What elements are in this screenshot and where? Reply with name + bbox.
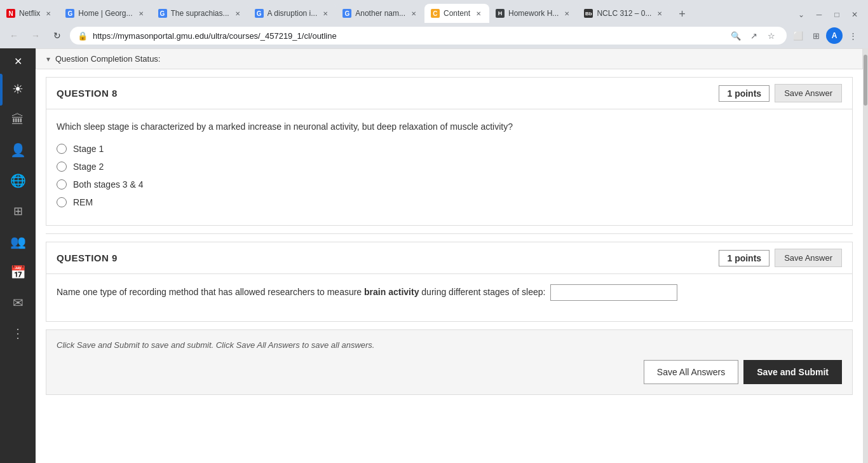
profile-button[interactable]: A [826, 27, 843, 44]
search-icon[interactable]: 🔍 [728, 28, 743, 43]
menu-button[interactable]: ⋮ [845, 28, 860, 43]
completion-status-bar: ▾ Question Completion Status: [36, 48, 863, 69]
scrollbar[interactable] [863, 48, 868, 463]
question-9-title: QUESTION 9 [57, 252, 719, 263]
tab-content-label: Content [444, 9, 470, 18]
tab-another-nam-label: Another nam... [355, 9, 405, 18]
question-9-text-input[interactable] [550, 284, 677, 301]
tab-homework[interactable]: H Homework H... ✕ [489, 4, 578, 23]
question-9-text-part2: during different stages of sleep: [419, 287, 545, 297]
forward-button[interactable]: → [27, 27, 44, 45]
tab-netflix-close[interactable]: ✕ [44, 9, 53, 18]
question-8-radio-2[interactable] [57, 162, 67, 172]
tab-nclc[interactable]: Bb NCLC 312 – 0... ✕ [578, 4, 670, 23]
question-8-save-button[interactable]: Save Answer [775, 84, 842, 102]
tab-netflix[interactable]: N Netflix ✕ [0, 4, 59, 23]
share-icon[interactable]: ↗ [746, 28, 761, 43]
disruption-favicon: G [255, 9, 264, 18]
tab-netflix-label: Netflix [19, 9, 40, 18]
sidebar-close-button[interactable]: ✕ [0, 48, 36, 74]
sidebar-item-more[interactable]: ⋮ [0, 318, 36, 349]
question-8-text: Which sleep stage is characterized by a … [57, 120, 842, 134]
url-bar[interactable]: 🔒 https://mymasonportal.gmu.edu/ultra/co… [70, 27, 787, 45]
question-9-save-button[interactable]: Save Answer [775, 249, 842, 267]
sidebar-item-mail[interactable]: ✉ [0, 287, 36, 318]
homework-favicon: H [496, 9, 505, 18]
tab-disruption-close[interactable]: ✕ [321, 9, 330, 18]
question-9-block: QUESTION 9 1 points Save Answer Name one… [46, 242, 853, 322]
zoom-icon[interactable]: ⊞ [808, 28, 824, 43]
question-8-body: Which sleep stage is characterized by a … [46, 109, 852, 225]
question-8-radio-1[interactable] [57, 144, 67, 154]
tab-suprachias[interactable]: G The suprachias... ✕ [152, 4, 248, 23]
browser-chrome: N Netflix ✕ G Home | Georg... ✕ G The su… [0, 0, 868, 48]
question-8-header: QUESTION 8 1 points Save Answer [46, 78, 852, 109]
address-bar: ← → ↻ 🔒 https://mymasonportal.gmu.edu/ul… [0, 23, 868, 48]
tab-content[interactable]: C Content ✕ [424, 4, 489, 23]
lock-icon: 🔒 [78, 31, 88, 41]
tab-home-georg-close[interactable]: ✕ [137, 9, 146, 18]
question-9-text-bold: brain activity [364, 287, 419, 297]
tab-disruption[interactable]: G A disruption i... ✕ [248, 4, 337, 23]
sidebar-item-calendar[interactable]: 📅 [0, 257, 36, 287]
url-text: https://mymasonportal.gmu.edu/ultra/cour… [93, 31, 723, 41]
tab-bar: N Netflix ✕ G Home | Georg... ✕ G The su… [0, 0, 868, 23]
main-content: ▾ Question Completion Status: QUESTION 8… [36, 48, 863, 463]
sidebar-item-brightness[interactable]: ☀ [0, 74, 36, 104]
grid-icon: ⊞ [13, 204, 23, 218]
tab-suprachias-close[interactable]: ✕ [233, 9, 242, 18]
back-button[interactable]: ← [5, 27, 23, 45]
scrollbar-thumb[interactable] [864, 55, 867, 106]
brightness-icon: ☀ [12, 81, 24, 97]
question-8-option-4[interactable]: REM [57, 197, 842, 207]
tab-nclc-label: NCLC 312 – 0... [597, 9, 651, 18]
tab-list-button[interactable]: ⌄ [793, 6, 810, 23]
tab-content-close[interactable]: ✕ [474, 9, 483, 18]
another-nam-favicon: G [342, 9, 351, 18]
sidebar-item-institution[interactable]: 🏛 [0, 104, 36, 135]
bookmark-icon[interactable]: ☆ [764, 28, 779, 43]
sidebar-item-grid[interactable]: ⊞ [0, 196, 36, 226]
question-8-label-1: Stage 1 [73, 144, 104, 154]
tab-home-georg-label: Home | Georg... [78, 9, 132, 18]
question-8-radio-3[interactable] [57, 179, 67, 190]
question-8-radio-4[interactable] [57, 197, 67, 207]
sidebar-item-profile[interactable]: 👤 [0, 135, 36, 165]
reload-button[interactable]: ↻ [48, 27, 66, 45]
question-8-option-3[interactable]: Both stages 3 & 4 [57, 179, 842, 190]
content-area: ▾ Question Completion Status: QUESTION 8… [36, 48, 863, 395]
quiz-footer: Click Save and Submit to save and submit… [46, 329, 853, 395]
minimize-button[interactable]: ─ [811, 6, 827, 23]
mail-icon: ✉ [13, 295, 24, 310]
close-window-button[interactable]: ✕ [846, 6, 863, 23]
tab-nclc-close[interactable]: ✕ [655, 9, 664, 18]
tab-another-nam-close[interactable]: ✕ [409, 9, 418, 18]
tab-another-nam[interactable]: G Another nam... ✕ [336, 4, 424, 23]
groups-icon: 👥 [10, 234, 26, 249]
new-tab-button[interactable]: + [673, 5, 691, 23]
sidebar-item-globe[interactable]: 🌐 [0, 165, 36, 196]
question-9-text-part1: Name one type of recording method that h… [57, 287, 364, 297]
footer-buttons: Save All Answers Save and Submit [57, 360, 842, 384]
footer-instruction: Click Save and Submit to save and submit… [57, 340, 842, 350]
tab-disruption-label: A disruption i... [268, 9, 318, 18]
question-9-body: Name one type of recording method that h… [46, 274, 852, 321]
question-8-option-2[interactable]: Stage 2 [57, 162, 842, 172]
tab-home-georg[interactable]: G Home | Georg... ✕ [59, 4, 151, 23]
sidebar-item-groups[interactable]: 👥 [0, 226, 36, 257]
completion-arrow-icon: ▾ [46, 55, 50, 64]
cast-icon[interactable]: ⬜ [790, 28, 806, 43]
question-9-points: 1 points [719, 250, 770, 266]
maximize-button[interactable]: □ [829, 6, 845, 23]
question-8-block: QUESTION 8 1 points Save Answer Which sl… [46, 77, 853, 226]
tab-homework-close[interactable]: ✕ [562, 9, 571, 18]
window-controls: ⌄ ─ □ ✕ [793, 6, 868, 23]
sidebar: ✕ ☀ 🏛 👤 🌐 ⊞ 👥 📅 ✉ [0, 48, 36, 463]
globe-icon: 🌐 [10, 173, 26, 188]
question-9-header: QUESTION 9 1 points Save Answer [46, 242, 852, 274]
sidebar-top: ✕ [0, 48, 36, 74]
save-all-button[interactable]: Save All Answers [644, 360, 738, 384]
question-8-title: QUESTION 8 [57, 88, 719, 99]
save-and-submit-button[interactable]: Save and Submit [743, 360, 842, 384]
question-8-option-1[interactable]: Stage 1 [57, 144, 842, 154]
